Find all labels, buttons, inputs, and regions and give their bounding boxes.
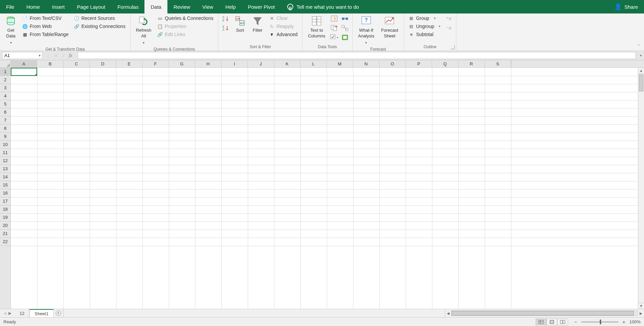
vertical-scrollbar[interactable]: ▲ ▼ bbox=[638, 68, 644, 309]
horizontal-scroll-thumb[interactable] bbox=[452, 311, 634, 316]
show-detail-button[interactable]: ⁺≡ bbox=[445, 15, 453, 22]
group-button[interactable]: ⊞Group▾ bbox=[407, 15, 442, 22]
row-header-17[interactable]: 17 bbox=[0, 197, 10, 205]
existing-connections-button[interactable]: 🔗Existing Connections bbox=[73, 23, 127, 30]
tab-home[interactable]: Home bbox=[20, 0, 46, 13]
tab-splitter[interactable] bbox=[63, 309, 66, 317]
relationships-button[interactable] bbox=[341, 24, 349, 32]
column-header-M[interactable]: M bbox=[327, 60, 353, 67]
column-header-D[interactable]: D bbox=[90, 60, 116, 67]
column-header-I[interactable]: I bbox=[221, 60, 248, 67]
column-header-F[interactable]: F bbox=[142, 60, 169, 67]
sheet-tab-sheet1[interactable]: Sheet1 bbox=[29, 309, 53, 317]
ungroup-button[interactable]: ⊟Ungroup▾ bbox=[407, 23, 442, 30]
expand-formula-bar-button[interactable]: ▾ bbox=[637, 51, 644, 60]
advanced-filter-button[interactable]: ▼Advanced bbox=[268, 31, 299, 38]
hide-detail-button[interactable]: ⁻≡ bbox=[445, 24, 453, 32]
page-layout-view-button[interactable] bbox=[546, 319, 557, 325]
sheet-tab-12[interactable]: 12 bbox=[15, 309, 29, 317]
row-header-2[interactable]: 2 bbox=[0, 76, 10, 84]
row-header-18[interactable]: 18 bbox=[0, 205, 10, 213]
tab-power-pivot[interactable]: Power Pivot bbox=[242, 0, 281, 13]
row-header-3[interactable]: 3 bbox=[0, 84, 10, 92]
column-header-C[interactable]: C bbox=[63, 60, 90, 67]
row-header-9[interactable]: 9 bbox=[0, 132, 10, 141]
column-header-P[interactable]: P bbox=[406, 60, 432, 67]
row-header-12[interactable]: 12 bbox=[0, 157, 10, 165]
sort-button[interactable]: Z AA Z Sort bbox=[233, 15, 247, 34]
row-header-13[interactable]: 13 bbox=[0, 165, 10, 173]
row-header-14[interactable]: 14 bbox=[0, 173, 10, 181]
consolidate-button[interactable] bbox=[341, 15, 349, 22]
remove-duplicates-button[interactable] bbox=[330, 24, 338, 32]
scroll-right-button[interactable]: ▶ bbox=[638, 312, 644, 315]
column-header-R[interactable]: R bbox=[458, 60, 485, 67]
row-header-19[interactable]: 19 bbox=[0, 213, 10, 221]
name-box-dropdown-icon[interactable]: ▼ bbox=[38, 54, 41, 57]
tab-view[interactable]: View bbox=[196, 0, 219, 13]
get-data-button[interactable]: Get Data bbox=[3, 15, 18, 46]
filter-button[interactable]: Filter bbox=[250, 15, 265, 34]
from-text-csv-button[interactable]: 📄From Text/CSV bbox=[21, 15, 70, 22]
horizontal-scrollbar[interactable]: ◀ ▶ bbox=[445, 309, 644, 317]
tab-help[interactable]: Help bbox=[219, 0, 242, 13]
column-header-S[interactable]: S bbox=[485, 60, 511, 67]
sort-asc-button[interactable]: AZ bbox=[222, 15, 230, 22]
scroll-up-button[interactable]: ▲ bbox=[638, 68, 644, 74]
vertical-scroll-thumb[interactable] bbox=[639, 75, 643, 91]
zoom-level[interactable]: 100% bbox=[629, 319, 641, 324]
normal-view-button[interactable] bbox=[536, 319, 546, 325]
next-sheet-button[interactable]: ▶ bbox=[8, 311, 11, 316]
collapse-ribbon-button[interactable]: ˄ bbox=[635, 44, 642, 49]
data-validation-button[interactable]: ▾ bbox=[330, 34, 338, 41]
row-header-16[interactable]: 16 bbox=[0, 189, 10, 197]
row-header-8[interactable]: 8 bbox=[0, 124, 10, 132]
subtotal-button[interactable]: ≡Subtotal bbox=[407, 31, 442, 38]
fx-icon[interactable]: fx bbox=[69, 53, 74, 58]
column-header-N[interactable]: N bbox=[353, 60, 379, 67]
select-all-corner[interactable] bbox=[0, 60, 11, 67]
active-cell[interactable] bbox=[11, 68, 37, 76]
column-header-B[interactable]: B bbox=[37, 60, 63, 67]
row-header-7[interactable]: 7 bbox=[0, 116, 10, 124]
column-header-J[interactable]: J bbox=[248, 60, 274, 67]
row-header-5[interactable]: 5 bbox=[0, 100, 10, 108]
zoom-in-button[interactable]: + bbox=[621, 319, 627, 325]
row-header-15[interactable]: 15 bbox=[0, 181, 10, 189]
sort-desc-button[interactable]: ZA bbox=[222, 24, 230, 32]
row-header-11[interactable]: 11 bbox=[0, 149, 10, 157]
column-header-E[interactable]: E bbox=[116, 60, 142, 67]
forecast-sheet-button[interactable]: Forecast Sheet bbox=[379, 15, 400, 40]
tab-file[interactable]: File bbox=[0, 0, 20, 13]
tab-data[interactable]: Data bbox=[144, 0, 167, 13]
cells-area[interactable] bbox=[11, 68, 638, 309]
row-header-6[interactable]: 6 bbox=[0, 108, 10, 116]
from-web-button[interactable]: 🌐From Web bbox=[21, 23, 70, 30]
zoom-out-button[interactable]: − bbox=[573, 319, 579, 325]
scroll-down-button[interactable]: ▼ bbox=[638, 303, 644, 309]
flash-fill-button[interactable] bbox=[330, 15, 338, 22]
from-table-range-button[interactable]: ▦From Table/Range bbox=[21, 31, 70, 38]
column-header-H[interactable]: H bbox=[195, 60, 221, 67]
column-header-O[interactable]: O bbox=[379, 60, 406, 67]
row-header-21[interactable]: 21 bbox=[0, 230, 10, 238]
name-box[interactable]: A1 ▼ bbox=[2, 52, 43, 59]
new-sheet-button[interactable]: + bbox=[54, 309, 63, 317]
recent-sources-button[interactable]: 🕓Recent Sources bbox=[73, 15, 127, 22]
page-break-view-button[interactable] bbox=[557, 319, 568, 325]
tab-formulas[interactable]: Formulas bbox=[111, 0, 145, 13]
tab-review[interactable]: Review bbox=[167, 0, 196, 13]
column-header-Q[interactable]: Q bbox=[432, 60, 458, 67]
row-header-4[interactable]: 4 bbox=[0, 92, 10, 100]
column-header-G[interactable]: G bbox=[169, 60, 195, 67]
row-header-1[interactable]: 1 bbox=[0, 68, 10, 76]
text-to-columns-button[interactable]: Text to Columns bbox=[306, 15, 327, 40]
tab-page-layout[interactable]: Page Layout bbox=[71, 0, 111, 13]
formula-input[interactable] bbox=[78, 52, 636, 59]
outline-launcher[interactable] bbox=[451, 45, 455, 49]
refresh-all-button[interactable]: Refresh All bbox=[134, 15, 154, 46]
what-if-analysis-button[interactable]: ? What-If Analysis bbox=[356, 15, 376, 46]
zoom-slider-knob[interactable] bbox=[600, 320, 601, 324]
row-header-20[interactable]: 20 bbox=[0, 221, 10, 230]
prev-sheet-button[interactable]: ◀ bbox=[3, 311, 6, 316]
